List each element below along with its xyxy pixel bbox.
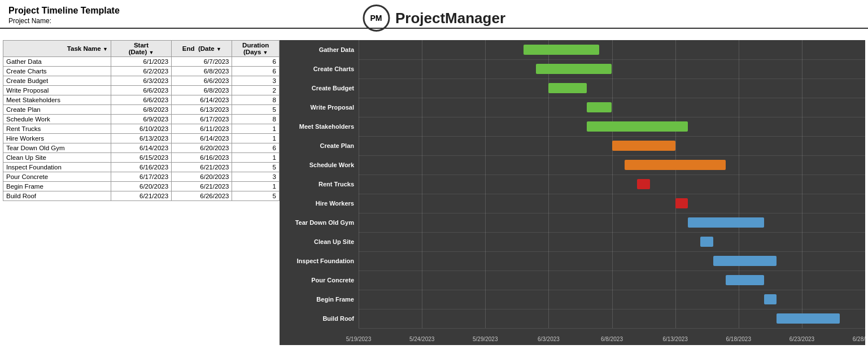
gantt-xlabel: 6/3/2023: [538, 336, 560, 342]
gantt-xlabel: 6/23/2023: [790, 336, 815, 342]
table-row: Build Roof 6/21/2023 6/26/2023 5: [3, 191, 280, 201]
task-dur-cell: 6: [232, 67, 280, 76]
gantt-bar: [764, 294, 777, 304]
gantt-row: Clean Up Site: [280, 232, 865, 251]
gantt-bar: [700, 237, 713, 247]
task-start-cell: 6/16/2023: [111, 163, 171, 172]
task-dur-cell: 1: [232, 182, 280, 191]
gantt-row-bars: [359, 155, 865, 175]
gantt-bar: [726, 275, 764, 285]
gantt-xlabel: 5/24/2023: [409, 336, 435, 342]
task-name-cell: Schedule Work: [3, 115, 111, 124]
gantt-row-bars: [359, 232, 865, 251]
gantt-bar: [612, 141, 675, 151]
gantt-bar: [524, 45, 600, 55]
task-end-cell: 6/20/2023: [172, 172, 232, 182]
task-start-cell: 6/6/2023: [111, 95, 171, 105]
task-dur-cell: 2: [232, 86, 280, 95]
task-start-cell: 6/17/2023: [111, 172, 171, 182]
gantt-bar: [587, 102, 612, 112]
col-start: Start(Date) ▼: [111, 41, 171, 57]
task-dur-cell: 5: [232, 163, 280, 172]
task-name-cell: Rent Trucks: [3, 124, 111, 134]
task-name-cell: Gather Data: [3, 57, 111, 67]
task-end-cell: 6/21/2023: [172, 182, 232, 191]
task-start-cell: 6/1/2023: [111, 57, 171, 67]
table-row: Create Budget 6/3/2023 6/6/2023 3: [3, 76, 280, 86]
task-start-cell: 6/20/2023: [111, 182, 171, 191]
task-start-cell: 6/10/2023: [111, 124, 171, 134]
gantt-xlabel: 6/13/2023: [662, 336, 688, 342]
gantt-xlabel: 6/28/2023: [853, 336, 865, 342]
gantt-row-label: Meet Stakeholders: [280, 123, 359, 130]
task-start-cell: 6/13/2023: [111, 134, 171, 143]
gantt-row-bars: [359, 78, 865, 98]
task-end-cell: 6/21/2023: [172, 163, 232, 172]
gantt-row-bars: [359, 290, 865, 309]
gantt-row-label: Schedule Work: [280, 162, 359, 168]
gantt-row: Inspect Foundation: [280, 251, 865, 271]
table-row: Tear Down Old Gym 6/14/2023 6/20/2023 6: [3, 143, 280, 153]
filter-arrow-dur[interactable]: ▼: [263, 50, 268, 55]
task-start-cell: 6/2/2023: [111, 67, 171, 76]
gantt-row: Begin Frame: [280, 290, 865, 309]
gantt-row: Tear Down Old Gym: [280, 213, 865, 232]
gantt-bar: [587, 121, 688, 132]
gantt-row-label: Build Roof: [280, 315, 359, 322]
task-end-cell: 6/20/2023: [172, 143, 232, 153]
gantt-row-bars: [359, 251, 865, 271]
task-dur-cell: 5: [232, 105, 280, 115]
gantt-row: Rent Trucks: [280, 175, 865, 194]
gantt-row-bars: [359, 271, 865, 290]
task-dur-cell: 1: [232, 153, 280, 163]
task-name-cell: Create Plan: [3, 105, 111, 115]
task-end-cell: 6/8/2023: [172, 67, 232, 76]
filter-arrow-task[interactable]: ▼: [103, 46, 108, 52]
task-dur-cell: 8: [232, 95, 280, 105]
task-name-cell: Meet Stakeholders: [3, 95, 111, 105]
task-start-cell: 6/8/2023: [111, 105, 171, 115]
task-dur-cell: 1: [232, 134, 280, 143]
table-row: Create Charts 6/2/2023 6/8/2023 6: [3, 67, 280, 76]
task-name-cell: Pour Concrete: [3, 172, 111, 182]
task-table-container: Task Name ▼ Start(Date) ▼ End (Date ▼ Du…: [3, 40, 280, 345]
gantt-bar: [688, 217, 764, 228]
gantt-row-bars: [359, 194, 865, 213]
task-name-cell: Tear Down Old Gym: [3, 143, 111, 153]
task-name-cell: Clean Up Site: [3, 153, 111, 163]
task-end-cell: 6/14/2023: [172, 134, 232, 143]
gantt-row: Create Budget: [280, 78, 865, 98]
task-name-cell: Hire Workers: [3, 134, 111, 143]
task-end-cell: 6/6/2023: [172, 76, 232, 86]
task-dur-cell: 5: [232, 191, 280, 201]
task-start-cell: 6/15/2023: [111, 153, 171, 163]
filter-arrow-start[interactable]: ▼: [149, 50, 154, 55]
main-content: Task Name ▼ Start(Date) ▼ End (Date ▼ Du…: [0, 40, 868, 345]
gantt-bar: [625, 160, 726, 170]
table-row: Create Plan 6/8/2023 6/13/2023 5: [3, 105, 280, 115]
gantt-xlabel: 6/18/2023: [726, 336, 752, 342]
table-row: Inspect Foundation 6/16/2023 6/21/2023 5: [3, 163, 280, 172]
table-row: Rent Trucks 6/10/2023 6/11/2023 1: [3, 124, 280, 134]
table-row: Hire Workers 6/13/2023 6/14/2023 1: [3, 134, 280, 143]
filter-arrow-end[interactable]: ▼: [216, 46, 221, 52]
task-end-cell: 6/7/2023: [172, 57, 232, 67]
gantt-row-label: Create Charts: [280, 66, 359, 72]
task-start-cell: 6/21/2023: [111, 191, 171, 201]
gantt-row-label: Hire Workers: [280, 200, 359, 207]
gantt-xlabel: 6/8/2023: [601, 336, 623, 342]
task-start-cell: 6/14/2023: [111, 143, 171, 153]
table-row: Clean Up Site 6/15/2023 6/16/2023 1: [3, 153, 280, 163]
brand-name: ProjectManager: [395, 10, 505, 27]
gantt-row-label: Gather Data: [280, 46, 359, 53]
task-end-cell: 6/11/2023: [172, 124, 232, 134]
gantt-row: Gather Data: [280, 40, 865, 59]
task-end-cell: 6/8/2023: [172, 86, 232, 95]
gantt-row-bars: [359, 98, 865, 117]
gantt-bar: [637, 179, 649, 189]
gantt-row-bars: [359, 59, 865, 78]
task-end-cell: 6/13/2023: [172, 105, 232, 115]
gantt-bar: [675, 198, 688, 208]
task-name-cell: Create Charts: [3, 67, 111, 76]
table-row: Meet Stakeholders 6/6/2023 6/14/2023 8: [3, 95, 280, 105]
